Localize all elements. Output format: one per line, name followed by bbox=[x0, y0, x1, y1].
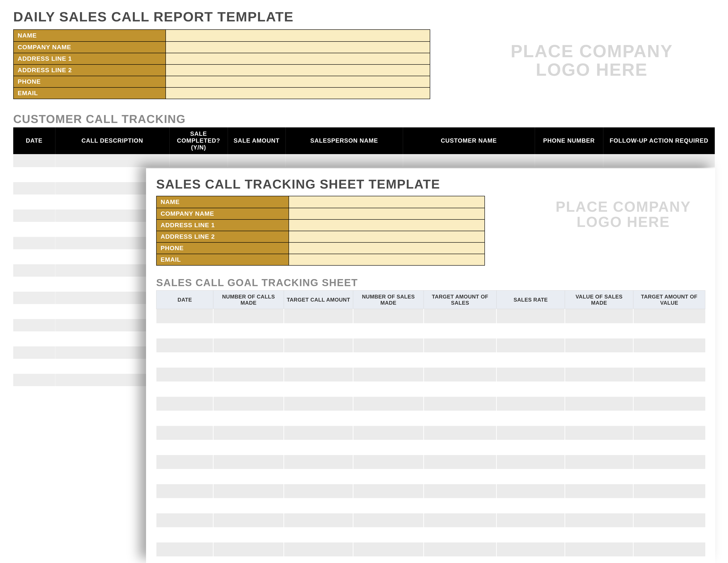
table-cell[interactable] bbox=[353, 484, 424, 499]
table-cell[interactable] bbox=[213, 440, 284, 455]
table-cell[interactable] bbox=[156, 353, 213, 368]
table-cell[interactable] bbox=[156, 440, 213, 455]
table-cell[interactable] bbox=[13, 319, 55, 332]
table-cell[interactable] bbox=[213, 455, 284, 469]
table-cell[interactable] bbox=[353, 542, 424, 557]
table-cell[interactable] bbox=[565, 353, 633, 368]
table-cell[interactable] bbox=[424, 499, 497, 513]
table-cell[interactable] bbox=[497, 411, 565, 426]
table-cell[interactable] bbox=[497, 368, 565, 382]
table-cell[interactable] bbox=[497, 440, 565, 455]
table-cell[interactable] bbox=[497, 324, 565, 338]
table-cell[interactable] bbox=[213, 542, 284, 557]
table-cell[interactable] bbox=[156, 382, 213, 397]
table-cell[interactable] bbox=[603, 154, 715, 168]
table-cell[interactable] bbox=[565, 528, 633, 542]
table-cell[interactable] bbox=[13, 209, 55, 222]
table-cell[interactable] bbox=[13, 181, 55, 195]
table-cell[interactable] bbox=[284, 426, 353, 440]
table-cell[interactable] bbox=[284, 513, 353, 528]
table-cell[interactable] bbox=[535, 154, 603, 168]
table-cell[interactable] bbox=[13, 222, 55, 236]
table-cell[interactable] bbox=[284, 397, 353, 411]
table-cell[interactable] bbox=[353, 455, 424, 469]
info-value-address1[interactable] bbox=[289, 220, 484, 231]
table-cell[interactable] bbox=[497, 499, 565, 513]
table-cell[interactable] bbox=[424, 542, 497, 557]
table-cell[interactable] bbox=[156, 513, 213, 528]
table-cell[interactable] bbox=[13, 195, 55, 209]
table-cell[interactable] bbox=[213, 499, 284, 513]
table-cell[interactable] bbox=[353, 528, 424, 542]
table-cell[interactable] bbox=[156, 499, 213, 513]
table-cell[interactable] bbox=[565, 440, 633, 455]
table-cell[interactable] bbox=[424, 426, 497, 440]
table-cell[interactable] bbox=[633, 528, 705, 542]
table-cell[interactable] bbox=[213, 382, 284, 397]
info-value-name[interactable] bbox=[289, 196, 484, 208]
table-cell[interactable] bbox=[565, 309, 633, 324]
table-cell[interactable] bbox=[565, 542, 633, 557]
table-cell[interactable] bbox=[13, 277, 55, 291]
table-cell[interactable] bbox=[213, 324, 284, 338]
table-cell[interactable] bbox=[424, 440, 497, 455]
table-cell[interactable] bbox=[156, 528, 213, 542]
table-cell[interactable] bbox=[13, 373, 55, 387]
table-cell[interactable] bbox=[424, 338, 497, 353]
info-value-email[interactable] bbox=[289, 254, 484, 265]
table-cell[interactable] bbox=[497, 397, 565, 411]
table-cell[interactable] bbox=[353, 368, 424, 382]
table-cell[interactable] bbox=[156, 484, 213, 499]
table-cell[interactable] bbox=[497, 426, 565, 440]
table-cell[interactable] bbox=[353, 411, 424, 426]
table-cell[interactable] bbox=[633, 309, 705, 324]
table-cell[interactable] bbox=[284, 499, 353, 513]
table-cell[interactable] bbox=[13, 305, 55, 319]
info-value-phone[interactable] bbox=[166, 76, 430, 87]
table-cell[interactable] bbox=[565, 397, 633, 411]
table-cell[interactable] bbox=[213, 397, 284, 411]
table-cell[interactable] bbox=[213, 368, 284, 382]
table-cell[interactable] bbox=[284, 542, 353, 557]
table-cell[interactable] bbox=[424, 469, 497, 484]
table-cell[interactable] bbox=[424, 397, 497, 411]
info-value-email[interactable] bbox=[166, 88, 430, 99]
table-cell[interactable] bbox=[403, 154, 535, 168]
table-cell[interactable] bbox=[633, 499, 705, 513]
table-cell[interactable] bbox=[213, 528, 284, 542]
table-cell[interactable] bbox=[497, 469, 565, 484]
table-cell[interactable] bbox=[633, 353, 705, 368]
table-cell[interactable] bbox=[284, 440, 353, 455]
table-cell[interactable] bbox=[213, 309, 284, 324]
table-cell[interactable] bbox=[169, 154, 228, 168]
table-cell[interactable] bbox=[284, 411, 353, 426]
table-cell[interactable] bbox=[424, 513, 497, 528]
info-value-company[interactable] bbox=[166, 42, 430, 53]
table-cell[interactable] bbox=[55, 154, 169, 168]
table-cell[interactable] bbox=[353, 440, 424, 455]
table-cell[interactable] bbox=[497, 513, 565, 528]
table-cell[interactable] bbox=[156, 542, 213, 557]
table-cell[interactable] bbox=[565, 324, 633, 338]
table-cell[interactable] bbox=[353, 469, 424, 484]
info-value-phone[interactable] bbox=[289, 242, 484, 254]
table-cell[interactable] bbox=[284, 309, 353, 324]
table-cell[interactable] bbox=[424, 528, 497, 542]
table-cell[interactable] bbox=[13, 332, 55, 346]
table-cell[interactable] bbox=[353, 309, 424, 324]
table-cell[interactable] bbox=[633, 338, 705, 353]
table-cell[interactable] bbox=[565, 469, 633, 484]
table-cell[interactable] bbox=[285, 154, 403, 168]
table-cell[interactable] bbox=[497, 309, 565, 324]
table-cell[interactable] bbox=[156, 426, 213, 440]
table-cell[interactable] bbox=[13, 291, 55, 305]
info-value-address2[interactable] bbox=[166, 65, 430, 76]
table-cell[interactable] bbox=[284, 382, 353, 397]
table-cell[interactable] bbox=[353, 382, 424, 397]
info-value-company[interactable] bbox=[289, 208, 484, 219]
table-cell[interactable] bbox=[353, 338, 424, 353]
table-cell[interactable] bbox=[156, 411, 213, 426]
table-cell[interactable] bbox=[633, 368, 705, 382]
table-cell[interactable] bbox=[213, 426, 284, 440]
table-cell[interactable] bbox=[633, 426, 705, 440]
